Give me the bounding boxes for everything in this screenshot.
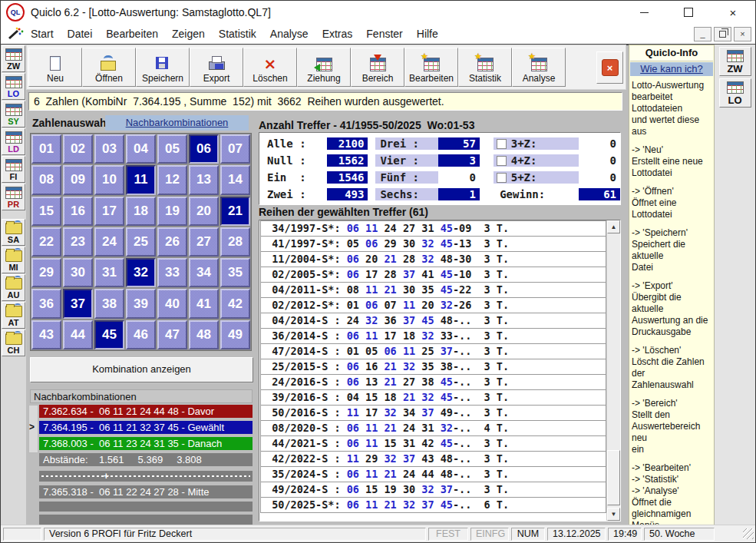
- checkbox[interactable]: [497, 173, 507, 183]
- number-cell-4[interactable]: 04: [126, 134, 156, 164]
- number-cell-21[interactable]: 21: [220, 197, 250, 226]
- number-cell-41[interactable]: 41: [189, 289, 219, 318]
- menu-item-zeigen[interactable]: Zeigen: [165, 28, 212, 40]
- close-evaluation-button[interactable]: ×: [596, 51, 623, 84]
- rail-button-ld[interactable]: LD: [2, 128, 25, 155]
- neighbor-row[interactable]: 7.364.195 - 06 11 21 32 37 45 - Gewählt: [39, 421, 253, 434]
- number-cell-18[interactable]: 18: [126, 197, 156, 226]
- minimize-button[interactable]: [622, 1, 666, 24]
- draw-row[interactable]: 41/1997-S*: 05 06 29 30 32 45-13 3 T.: [260, 236, 606, 252]
- number-cell-34[interactable]: 34: [189, 258, 219, 287]
- draw-row[interactable]: 34/1997-S*: 06 11 24 27 31 45-09 3 T.: [260, 220, 606, 237]
- number-cell-47[interactable]: 47: [157, 320, 187, 349]
- maximize-button[interactable]: [666, 1, 711, 24]
- neighbor-distance-slider[interactable]: +: [39, 471, 253, 482]
- number-cell-46[interactable]: 46: [126, 320, 156, 349]
- draw-row[interactable]: 02/2012-S*: 01 06 07 11 20 32-26 3 T.: [260, 297, 606, 313]
- number-cell-29[interactable]: 29: [31, 258, 61, 287]
- toolbar-button-ziehung[interactable]: Ziehung: [297, 48, 351, 87]
- rail-button-mi[interactable]: MI: [2, 247, 25, 273]
- draw-row[interactable]: 11/2004-S*: 06 20 21 28 32 48-30 3 T.: [260, 251, 606, 267]
- number-cell-38[interactable]: 38: [94, 289, 124, 318]
- draw-row[interactable]: 39/2016-S : 04 15 18 21 32 45-.. 3 T.: [260, 389, 606, 406]
- number-cell-1[interactable]: 01: [31, 134, 61, 164]
- number-cell-40[interactable]: 40: [157, 289, 187, 318]
- draw-row[interactable]: 35/2024-S : 06 11 21 24 44 48-.. 3 T.: [260, 466, 606, 482]
- rail-button-fi[interactable]: FI: [2, 156, 25, 183]
- draw-row[interactable]: 08/2020-S : 06 11 21 24 31 32-.. 4 T.: [260, 420, 606, 436]
- scroll-up-button[interactable]: ▲: [607, 220, 620, 233]
- number-cell-9[interactable]: 09: [63, 165, 93, 194]
- toolbar-button-export[interactable]: Export: [190, 48, 243, 87]
- number-cell-17[interactable]: 17: [94, 197, 124, 226]
- number-cell-32[interactable]: 32: [126, 258, 156, 287]
- number-cell-24[interactable]: 24: [94, 227, 124, 257]
- number-cell-26[interactable]: 26: [157, 227, 187, 257]
- scroll-down-button[interactable]: ▼: [607, 508, 620, 521]
- number-cell-28[interactable]: 28: [220, 227, 250, 257]
- number-cell-45[interactable]: 45: [94, 320, 124, 349]
- number-cell-11[interactable]: 11: [126, 165, 156, 194]
- number-cell-35[interactable]: 35: [220, 258, 250, 287]
- toolbar-button-analyse[interactable]: ★Analyse: [512, 48, 566, 87]
- toolbar-button-bereich[interactable]: Bereich: [351, 48, 404, 87]
- toolbar-button-speichern[interactable]: Speichern: [136, 48, 190, 87]
- number-cell-5[interactable]: 05: [157, 134, 187, 164]
- vertical-scrollbar[interactable]: ▲ ▼: [606, 220, 620, 521]
- menu-item-statistik[interactable]: Statistik: [212, 28, 263, 40]
- scrollbar-thumb[interactable]: [607, 450, 620, 505]
- rail-button-zw[interactable]: ZW: [719, 47, 751, 76]
- draw-row[interactable]: 47/2014-S : 01 05 06 11 25 37-.. 3 T.: [260, 343, 606, 359]
- resize-grip[interactable]: [743, 528, 754, 539]
- number-cell-3[interactable]: 03: [94, 134, 124, 164]
- rail-button-ch[interactable]: CH: [2, 329, 25, 356]
- number-cell-42[interactable]: 42: [220, 289, 250, 318]
- mdi-close-button[interactable]: ×: [734, 27, 751, 41]
- menu-item-datei[interactable]: Datei: [61, 28, 100, 40]
- number-cell-30[interactable]: 30: [63, 258, 93, 287]
- number-cell-20[interactable]: 20: [189, 197, 219, 226]
- checkbox[interactable]: [497, 156, 507, 166]
- rail-button-zw[interactable]: ZW: [2, 45, 25, 72]
- rail-button-sy[interactable]: SY: [2, 101, 25, 127]
- number-cell-16[interactable]: 16: [63, 197, 93, 226]
- rail-button-au[interactable]: AU: [2, 274, 25, 301]
- neighbor-combinations-link[interactable]: Nachbarkombinationen: [105, 115, 249, 131]
- number-cell-39[interactable]: 39: [126, 289, 156, 318]
- close-button[interactable]: ×: [711, 1, 755, 24]
- draw-row[interactable]: 42/2022-S : 11 29 32 37 43 48-.. 3 T.: [260, 451, 606, 467]
- rail-button-at[interactable]: AT: [2, 302, 25, 329]
- menu-item-hilfe[interactable]: Hilfe: [410, 28, 445, 40]
- draw-row[interactable]: 24/2016-S : 06 13 21 27 38 45-.. 3 T.: [260, 374, 606, 390]
- number-cell-19[interactable]: 19: [157, 197, 187, 226]
- draw-row[interactable]: 44/2021-S : 06 11 15 31 42 45-.. 3 T.: [260, 435, 606, 452]
- number-cell-44[interactable]: 44: [63, 320, 93, 349]
- number-cell-49[interactable]: 49: [220, 320, 250, 349]
- neighbor-row[interactable]: Abstände: 1.561 5.369 3.808: [39, 453, 253, 466]
- toolbar-button-öffnen[interactable]: Öffnen: [82, 48, 136, 87]
- number-cell-12[interactable]: 12: [157, 165, 187, 194]
- draw-row[interactable]: 04/2014-S : 24 32 36 37 45 48-.. 3 T.: [260, 313, 606, 329]
- number-cell-10[interactable]: 10: [94, 165, 124, 194]
- number-cell-6[interactable]: 06: [189, 134, 219, 164]
- neighbor-row[interactable]: 7.362.634 - 06 11 21 24 44 48 - Davor: [39, 405, 253, 418]
- number-cell-48[interactable]: 48: [189, 320, 219, 349]
- menu-item-extras[interactable]: Extras: [315, 28, 360, 40]
- number-cell-25[interactable]: 25: [126, 227, 156, 257]
- draw-row[interactable]: 36/2014-S : 06 11 17 18 32 33-.. 3 T.: [260, 328, 606, 344]
- toolbar-button-bearbeiten[interactable]: ★Bearbeiten: [404, 48, 458, 87]
- number-cell-14[interactable]: 14: [220, 165, 250, 194]
- number-cell-43[interactable]: 43: [31, 320, 61, 349]
- menu-item-fenster[interactable]: Fenster: [359, 28, 409, 40]
- checkbox[interactable]: [497, 139, 507, 149]
- menu-item-start[interactable]: Start: [24, 28, 61, 40]
- draw-row[interactable]: 50/2025-S*: 06 11 21 32 37 45-.. 6 T.: [260, 497, 606, 513]
- number-cell-13[interactable]: 13: [189, 165, 219, 194]
- number-cell-31[interactable]: 31: [94, 258, 124, 287]
- rail-button-pr[interactable]: PR: [2, 184, 25, 210]
- draw-row[interactable]: 25/2015-S : 06 16 21 32 35 38-.. 3 T.: [260, 359, 606, 375]
- number-cell-15[interactable]: 15: [31, 197, 61, 226]
- number-cell-33[interactable]: 33: [157, 258, 187, 287]
- number-cell-22[interactable]: 22: [31, 227, 61, 257]
- neighbor-row[interactable]: 7.365.318 - 06 11 22 24 27 28 - Mitte: [39, 485, 253, 498]
